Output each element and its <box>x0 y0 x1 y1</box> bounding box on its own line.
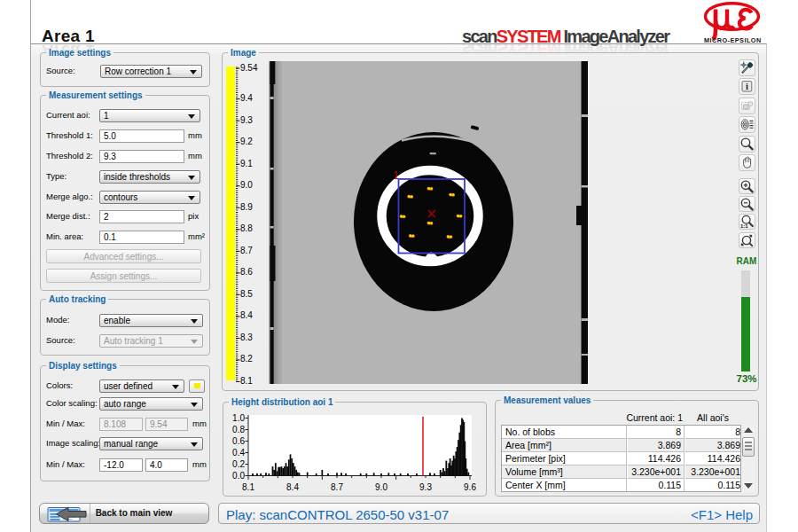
svg-text:9.0: 9.0 <box>375 482 387 492</box>
svg-text:1:1: 1:1 <box>740 223 748 229</box>
svg-text:0.4: 0.4 <box>232 448 245 458</box>
svg-text:MICRO-EPSILON: MICRO-EPSILON <box>704 36 762 44</box>
svg-text:9.3: 9.3 <box>419 482 432 492</box>
svg-text:i: i <box>746 82 748 91</box>
svg-text:0.6: 0.6 <box>232 436 245 446</box>
svg-text:0.8: 0.8 <box>232 425 245 434</box>
svg-text:9.6: 9.6 <box>464 482 476 492</box>
svg-text:1: 1 <box>393 168 399 182</box>
svg-text:8.7: 8.7 <box>331 482 343 492</box>
svg-text:8.4: 8.4 <box>286 482 299 492</box>
svg-text:1.0: 1.0 <box>232 413 245 423</box>
svg-text:8.1: 8.1 <box>242 482 254 492</box>
svg-text:0.0: 0.0 <box>232 471 245 481</box>
svg-text:0.2: 0.2 <box>232 459 245 469</box>
